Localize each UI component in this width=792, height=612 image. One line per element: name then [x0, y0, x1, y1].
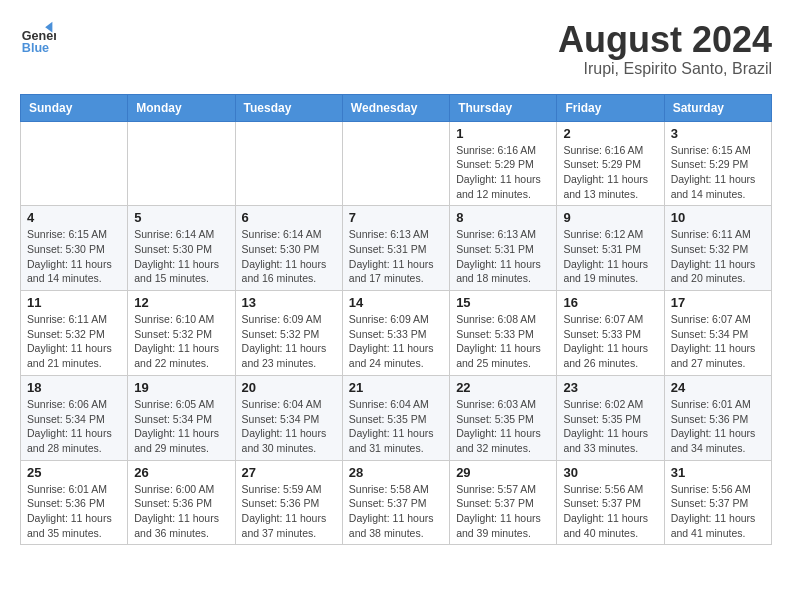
- svg-text:Blue: Blue: [22, 41, 49, 55]
- calendar-day-cell: 25Sunrise: 6:01 AM Sunset: 5:36 PM Dayli…: [21, 460, 128, 545]
- day-number: 19: [134, 380, 228, 395]
- calendar-table: SundayMondayTuesdayWednesdayThursdayFrid…: [20, 94, 772, 546]
- location: Irupi, Espirito Santo, Brazil: [558, 60, 772, 78]
- day-info: Sunrise: 5:59 AM Sunset: 5:36 PM Dayligh…: [242, 482, 336, 541]
- calendar-day-cell: 12Sunrise: 6:10 AM Sunset: 5:32 PM Dayli…: [128, 291, 235, 376]
- day-info: Sunrise: 6:04 AM Sunset: 5:35 PM Dayligh…: [349, 397, 443, 456]
- calendar-day-cell: 5Sunrise: 6:14 AM Sunset: 5:30 PM Daylig…: [128, 206, 235, 291]
- weekday-header-cell: Tuesday: [235, 94, 342, 121]
- calendar-day-cell: 17Sunrise: 6:07 AM Sunset: 5:34 PM Dayli…: [664, 291, 771, 376]
- day-info: Sunrise: 6:16 AM Sunset: 5:29 PM Dayligh…: [563, 143, 657, 202]
- day-number: 12: [134, 295, 228, 310]
- day-info: Sunrise: 6:13 AM Sunset: 5:31 PM Dayligh…: [456, 227, 550, 286]
- day-info: Sunrise: 6:07 AM Sunset: 5:33 PM Dayligh…: [563, 312, 657, 371]
- day-number: 6: [242, 210, 336, 225]
- calendar-week-row: 4Sunrise: 6:15 AM Sunset: 5:30 PM Daylig…: [21, 206, 772, 291]
- day-number: 23: [563, 380, 657, 395]
- calendar-day-cell: 3Sunrise: 6:15 AM Sunset: 5:29 PM Daylig…: [664, 121, 771, 206]
- day-number: 3: [671, 126, 765, 141]
- day-info: Sunrise: 6:14 AM Sunset: 5:30 PM Dayligh…: [134, 227, 228, 286]
- day-number: 18: [27, 380, 121, 395]
- day-number: 17: [671, 295, 765, 310]
- day-number: 31: [671, 465, 765, 480]
- day-info: Sunrise: 6:13 AM Sunset: 5:31 PM Dayligh…: [349, 227, 443, 286]
- day-info: Sunrise: 6:15 AM Sunset: 5:30 PM Dayligh…: [27, 227, 121, 286]
- logo: General Blue: [20, 20, 56, 56]
- calendar-day-cell: 22Sunrise: 6:03 AM Sunset: 5:35 PM Dayli…: [450, 375, 557, 460]
- day-info: Sunrise: 6:00 AM Sunset: 5:36 PM Dayligh…: [134, 482, 228, 541]
- calendar-day-cell: 7Sunrise: 6:13 AM Sunset: 5:31 PM Daylig…: [342, 206, 449, 291]
- day-info: Sunrise: 5:56 AM Sunset: 5:37 PM Dayligh…: [563, 482, 657, 541]
- day-number: 8: [456, 210, 550, 225]
- calendar-day-cell: 30Sunrise: 5:56 AM Sunset: 5:37 PM Dayli…: [557, 460, 664, 545]
- day-info: Sunrise: 6:06 AM Sunset: 5:34 PM Dayligh…: [27, 397, 121, 456]
- calendar-day-cell: [342, 121, 449, 206]
- title-block: August 2024 Irupi, Espirito Santo, Brazi…: [558, 20, 772, 78]
- weekday-header-row: SundayMondayTuesdayWednesdayThursdayFrid…: [21, 94, 772, 121]
- day-number: 4: [27, 210, 121, 225]
- day-number: 13: [242, 295, 336, 310]
- day-number: 26: [134, 465, 228, 480]
- day-info: Sunrise: 6:09 AM Sunset: 5:33 PM Dayligh…: [349, 312, 443, 371]
- day-number: 22: [456, 380, 550, 395]
- day-number: 7: [349, 210, 443, 225]
- page-header: General Blue August 2024 Irupi, Espirito…: [20, 20, 772, 78]
- day-info: Sunrise: 6:14 AM Sunset: 5:30 PM Dayligh…: [242, 227, 336, 286]
- day-number: 16: [563, 295, 657, 310]
- day-info: Sunrise: 6:07 AM Sunset: 5:34 PM Dayligh…: [671, 312, 765, 371]
- day-number: 10: [671, 210, 765, 225]
- calendar-day-cell: 26Sunrise: 6:00 AM Sunset: 5:36 PM Dayli…: [128, 460, 235, 545]
- calendar-body: 1Sunrise: 6:16 AM Sunset: 5:29 PM Daylig…: [21, 121, 772, 545]
- calendar-day-cell: 8Sunrise: 6:13 AM Sunset: 5:31 PM Daylig…: [450, 206, 557, 291]
- day-number: 29: [456, 465, 550, 480]
- day-info: Sunrise: 6:15 AM Sunset: 5:29 PM Dayligh…: [671, 143, 765, 202]
- calendar-day-cell: 2Sunrise: 6:16 AM Sunset: 5:29 PM Daylig…: [557, 121, 664, 206]
- day-info: Sunrise: 5:56 AM Sunset: 5:37 PM Dayligh…: [671, 482, 765, 541]
- calendar-week-row: 1Sunrise: 6:16 AM Sunset: 5:29 PM Daylig…: [21, 121, 772, 206]
- day-info: Sunrise: 6:02 AM Sunset: 5:35 PM Dayligh…: [563, 397, 657, 456]
- day-number: 1: [456, 126, 550, 141]
- day-info: Sunrise: 6:12 AM Sunset: 5:31 PM Dayligh…: [563, 227, 657, 286]
- calendar-week-row: 18Sunrise: 6:06 AM Sunset: 5:34 PM Dayli…: [21, 375, 772, 460]
- calendar-day-cell: 14Sunrise: 6:09 AM Sunset: 5:33 PM Dayli…: [342, 291, 449, 376]
- day-number: 2: [563, 126, 657, 141]
- day-info: Sunrise: 6:08 AM Sunset: 5:33 PM Dayligh…: [456, 312, 550, 371]
- day-info: Sunrise: 6:01 AM Sunset: 5:36 PM Dayligh…: [671, 397, 765, 456]
- calendar-day-cell: 16Sunrise: 6:07 AM Sunset: 5:33 PM Dayli…: [557, 291, 664, 376]
- calendar-day-cell: 29Sunrise: 5:57 AM Sunset: 5:37 PM Dayli…: [450, 460, 557, 545]
- calendar-day-cell: 21Sunrise: 6:04 AM Sunset: 5:35 PM Dayli…: [342, 375, 449, 460]
- calendar-day-cell: [128, 121, 235, 206]
- day-number: 21: [349, 380, 443, 395]
- day-info: Sunrise: 6:09 AM Sunset: 5:32 PM Dayligh…: [242, 312, 336, 371]
- day-number: 28: [349, 465, 443, 480]
- day-info: Sunrise: 6:16 AM Sunset: 5:29 PM Dayligh…: [456, 143, 550, 202]
- day-number: 27: [242, 465, 336, 480]
- calendar-day-cell: 18Sunrise: 6:06 AM Sunset: 5:34 PM Dayli…: [21, 375, 128, 460]
- day-number: 25: [27, 465, 121, 480]
- weekday-header-cell: Monday: [128, 94, 235, 121]
- calendar-day-cell: 10Sunrise: 6:11 AM Sunset: 5:32 PM Dayli…: [664, 206, 771, 291]
- weekday-header-cell: Wednesday: [342, 94, 449, 121]
- day-info: Sunrise: 6:11 AM Sunset: 5:32 PM Dayligh…: [671, 227, 765, 286]
- calendar-day-cell: 11Sunrise: 6:11 AM Sunset: 5:32 PM Dayli…: [21, 291, 128, 376]
- calendar-day-cell: [21, 121, 128, 206]
- day-info: Sunrise: 6:11 AM Sunset: 5:32 PM Dayligh…: [27, 312, 121, 371]
- day-number: 24: [671, 380, 765, 395]
- calendar-day-cell: 28Sunrise: 5:58 AM Sunset: 5:37 PM Dayli…: [342, 460, 449, 545]
- day-info: Sunrise: 5:58 AM Sunset: 5:37 PM Dayligh…: [349, 482, 443, 541]
- calendar-day-cell: 19Sunrise: 6:05 AM Sunset: 5:34 PM Dayli…: [128, 375, 235, 460]
- calendar-day-cell: 24Sunrise: 6:01 AM Sunset: 5:36 PM Dayli…: [664, 375, 771, 460]
- calendar-day-cell: 4Sunrise: 6:15 AM Sunset: 5:30 PM Daylig…: [21, 206, 128, 291]
- calendar-week-row: 25Sunrise: 6:01 AM Sunset: 5:36 PM Dayli…: [21, 460, 772, 545]
- weekday-header-cell: Friday: [557, 94, 664, 121]
- day-number: 5: [134, 210, 228, 225]
- day-number: 20: [242, 380, 336, 395]
- day-number: 9: [563, 210, 657, 225]
- calendar-day-cell: 1Sunrise: 6:16 AM Sunset: 5:29 PM Daylig…: [450, 121, 557, 206]
- calendar-week-row: 11Sunrise: 6:11 AM Sunset: 5:32 PM Dayli…: [21, 291, 772, 376]
- day-info: Sunrise: 6:10 AM Sunset: 5:32 PM Dayligh…: [134, 312, 228, 371]
- day-info: Sunrise: 6:01 AM Sunset: 5:36 PM Dayligh…: [27, 482, 121, 541]
- calendar-day-cell: 23Sunrise: 6:02 AM Sunset: 5:35 PM Dayli…: [557, 375, 664, 460]
- day-info: Sunrise: 5:57 AM Sunset: 5:37 PM Dayligh…: [456, 482, 550, 541]
- calendar-day-cell: [235, 121, 342, 206]
